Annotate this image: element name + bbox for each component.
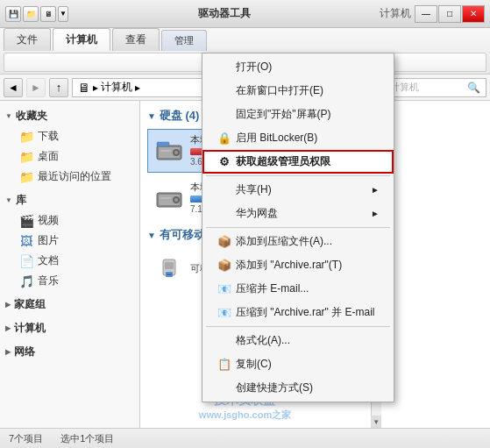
ctx-rar-email-label: 压缩到 "Archive.rar" 并 E-mail [236, 305, 375, 320]
ctx-format[interactable]: 格式化(A)... [202, 329, 394, 352]
triangle-icon: ▶ [5, 301, 11, 309]
ctx-pin-start[interactable]: 固定到"开始"屏幕(P) [202, 103, 394, 126]
scroll-down[interactable]: ▼ [371, 416, 381, 428]
ctx-pin-label: 固定到"开始"屏幕(P) [236, 107, 331, 122]
ctx-bitlocker-label: 启用 BitLocker(B) [236, 131, 317, 146]
sidebar: ▼ 收藏夹 📁 下载 📁 桌面 📁 最近访问的位置 ▼ 库 � [0, 101, 140, 428]
sidebar-network-header[interactable]: ▶ 网络 [0, 342, 139, 362]
sidebar-favorites-header[interactable]: ▼ 收藏夹 [0, 106, 139, 126]
search-icon[interactable]: 🔍 [465, 82, 482, 94]
svg-point-14 [174, 198, 178, 202]
sidebar-pictures-label: 图片 [38, 233, 59, 248]
folder-icon: 📁 [19, 130, 33, 144]
library-icon: 📄 [19, 254, 33, 268]
path-label: 计算机 [101, 80, 132, 95]
svg-point-3 [174, 151, 178, 154]
ctx-share[interactable]: 共享(H) ► [202, 178, 394, 202]
ctx-copy-icon: 📋 [217, 358, 232, 371]
sidebar-homegroup: ▶ 家庭组 [0, 295, 139, 315]
ctx-huawei[interactable]: 华为网盘 ► [202, 202, 394, 225]
window-title-right: 计算机 [380, 6, 411, 21]
tab-manage[interactable]: 管理 [161, 30, 207, 51]
tab-computer[interactable]: 计算机 [53, 28, 110, 51]
sidebar-item-desktop[interactable]: 📁 桌面 [0, 146, 139, 167]
sidebar-favorites-label: 收藏夹 [16, 109, 47, 124]
sidebar-video-label: 视频 [38, 213, 59, 228]
ctx-add-rar-label: 添加到 "Archive.rar"(T) [236, 258, 342, 273]
triangle-icon: ▼ [5, 112, 12, 120]
ctx-admin-icon: ⚙ [217, 155, 232, 168]
ctx-compress-email[interactable]: 📧 压缩并 E-mail... [202, 277, 394, 301]
status-bar: 7个项目 选中1个项目 [0, 428, 490, 448]
ctx-open-label: 打开(O) [236, 60, 272, 75]
sidebar-desktop-label: 桌面 [38, 149, 59, 164]
ctx-archive-icon: 📦 [217, 235, 232, 248]
qa-btn-2[interactable]: 📁 [23, 6, 39, 22]
qa-btn-3[interactable]: 🖥 [40, 6, 56, 22]
ctx-admin-label: 获取超级管理员权限 [236, 154, 330, 169]
ctx-huawei-label: 华为网盘 [236, 206, 278, 221]
triangle-icon: ▼ [5, 196, 12, 204]
ctx-sep-2 [206, 227, 390, 228]
ctx-copy[interactable]: 📋 复制(C) [202, 352, 394, 376]
sidebar-download-label: 下载 [38, 129, 59, 144]
window-controls: — □ ✕ [415, 5, 485, 23]
sidebar-recent-label: 最近访问的位置 [38, 169, 111, 184]
sidebar-item-pictures[interactable]: 🖼 图片 [0, 231, 139, 251]
forward-button[interactable]: ► [26, 78, 46, 97]
library-icon: 🎬 [19, 214, 33, 228]
ctx-format-label: 格式化(A)... [236, 333, 290, 348]
status-selected: 选中1个项目 [60, 432, 114, 445]
tab-file[interactable]: 文件 [4, 28, 51, 51]
ctx-new-window[interactable]: 在新窗口中打开(E) [202, 79, 394, 103]
sidebar-item-music[interactable]: 🎵 音乐 [0, 271, 139, 291]
ctx-compress-email-label: 压缩并 E-mail... [236, 281, 309, 296]
ctx-admin[interactable]: ⚙ 获取超级管理员权限 [202, 150, 394, 174]
sidebar-item-download[interactable]: 📁 下载 [0, 126, 139, 146]
ctx-share-label: 共享(H) [236, 182, 272, 197]
sidebar-computer-header[interactable]: ▶ 计算机 [0, 318, 139, 338]
ctx-open[interactable]: 打开(O) [202, 55, 394, 79]
path-arrow: ▸ [135, 82, 140, 94]
ctx-add-archive[interactable]: 📦 添加到压缩文件(A)... [202, 230, 394, 253]
up-button[interactable]: ↑ [49, 78, 68, 97]
status-count: 7个项目 [9, 432, 43, 445]
minimize-button[interactable]: — [415, 5, 437, 23]
maximize-button[interactable]: □ [438, 5, 461, 23]
ctx-create-shortcut[interactable]: 创建快捷方式(S) [202, 376, 394, 400]
usb-icon [153, 252, 185, 284]
ctx-email-icon: 📧 [217, 282, 232, 295]
sidebar-library-header[interactable]: ▼ 库 [0, 190, 139, 210]
qa-dropdown[interactable]: ▼ [58, 6, 68, 22]
sidebar-item-recent[interactable]: 📁 最近访问的位置 [0, 167, 139, 187]
svg-rect-24 [167, 274, 172, 275]
window-title: 驱动器工具 [68, 6, 380, 21]
sidebar-computer: ▶ 计算机 [0, 318, 139, 338]
path-computer-icon: 🖥 [78, 81, 90, 95]
ctx-copy-label: 复制(C) [236, 357, 272, 372]
ctx-new-window-label: 在新窗口中打开(E) [236, 83, 323, 98]
sidebar-homegroup-header[interactable]: ▶ 家庭组 [0, 295, 139, 315]
ctx-bitlocker[interactable]: 🔒 启用 BitLocker(B) [202, 126, 394, 150]
back-button[interactable]: ◄ [4, 78, 23, 97]
sidebar-music-label: 音乐 [38, 274, 59, 288]
sidebar-item-documents[interactable]: 📄 文档 [0, 251, 139, 271]
ctx-lock-icon: 🔒 [217, 132, 232, 145]
ctx-create-shortcut-label: 创建快捷方式(S) [236, 380, 313, 395]
qa-btn-1[interactable]: 💾 [5, 6, 21, 22]
triangle-icon: ▼ [147, 111, 156, 121]
svg-rect-15 [160, 197, 171, 199]
ctx-share-arrow: ► [371, 185, 380, 195]
ctx-add-rar[interactable]: 📦 添加到 "Archive.rar"(T) [202, 253, 394, 277]
close-button[interactable]: ✕ [462, 5, 485, 23]
path-separator: ▸ [93, 82, 98, 94]
sidebar-library-label: 库 [16, 193, 26, 208]
ctx-sep-3 [206, 326, 390, 327]
sidebar-documents-label: 文档 [38, 253, 59, 268]
tab-view[interactable]: 查看 [112, 28, 160, 51]
sidebar-item-video[interactable]: 🎬 视频 [0, 210, 139, 231]
ctx-rar-email[interactable]: 📧 压缩到 "Archive.rar" 并 E-mail [202, 301, 394, 324]
folder-icon: 📁 [19, 150, 33, 164]
ctx-add-archive-label: 添加到压缩文件(A)... [236, 234, 332, 249]
triangle-icon: ▶ [5, 348, 11, 356]
